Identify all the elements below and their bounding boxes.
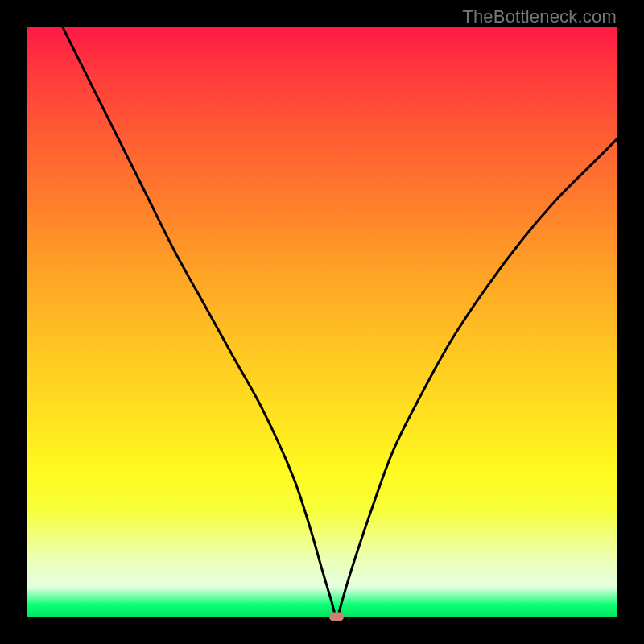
chart-frame: TheBottleneck.com [0,0,644,644]
plot-area [27,27,617,617]
watermark-text: TheBottleneck.com [462,6,617,27]
